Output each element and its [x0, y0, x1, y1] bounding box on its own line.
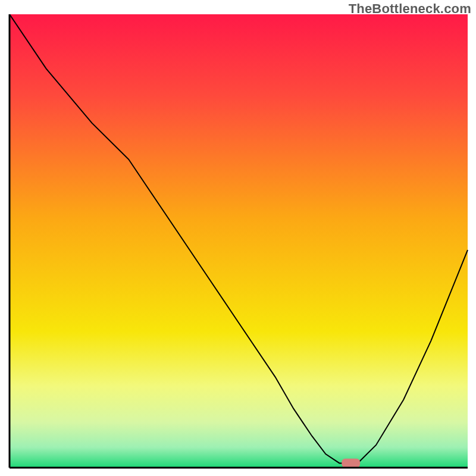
plot-area [8, 14, 469, 470]
chart-svg [8, 14, 469, 470]
watermark-text: TheBottleneck.com [349, 1, 471, 17]
sweet-spot-marker [342, 459, 360, 468]
chart-frame: TheBottleneck.com [0, 0, 476, 476]
gradient-background [10, 14, 468, 468]
